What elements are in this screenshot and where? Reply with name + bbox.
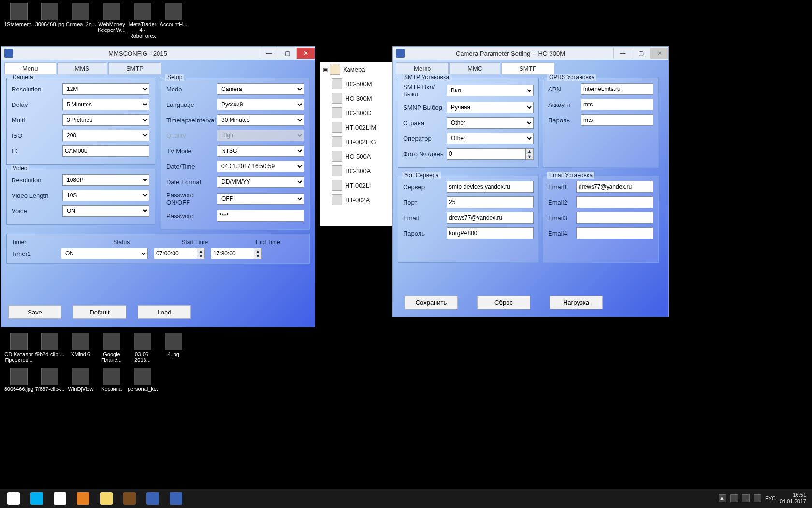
select-vres[interactable]: 1080P bbox=[62, 174, 149, 186]
desktop-icon[interactable]: Crimea_2n... bbox=[66, 3, 96, 27]
tray-volume-icon[interactable] bbox=[754, 494, 761, 502]
default-button[interactable]: Default bbox=[73, 305, 126, 319]
maximize-button[interactable]: ▢ bbox=[278, 48, 296, 59]
spinner-photos[interactable]: ▲▼ bbox=[526, 148, 534, 160]
tray-network-icon[interactable] bbox=[742, 494, 750, 502]
desktop-icon[interactable]: AccountH... bbox=[159, 3, 188, 27]
explorer-item[interactable]: HT-002LI bbox=[320, 178, 392, 193]
close-button[interactable]: ✕ bbox=[650, 48, 668, 59]
tab-mmc[interactable]: ММС bbox=[450, 62, 500, 74]
input-photos-day[interactable] bbox=[447, 148, 526, 160]
explorer-item[interactable]: HT-002LIM bbox=[320, 120, 392, 134]
select-operator[interactable]: Other bbox=[447, 133, 534, 144]
spinner-start[interactable]: ▲▼ bbox=[197, 248, 205, 259]
select-tvmode[interactable]: NTSC bbox=[217, 145, 304, 157]
minimize-button[interactable]: — bbox=[260, 48, 278, 59]
desktop-icon[interactable]: personal_ke... bbox=[128, 368, 158, 392]
tray-clock[interactable]: 16:51 04.01.2017 bbox=[780, 492, 806, 505]
titlebar[interactable]: MMSCONFIG - 2015 — ▢ ✕ bbox=[1, 47, 315, 60]
input-start-time[interactable] bbox=[154, 248, 197, 259]
desktop-icon[interactable]: 1Statement... bbox=[4, 3, 34, 27]
desktop-icon[interactable]: f9b2d-clip-... bbox=[35, 333, 65, 357]
input-gprs-pw[interactable] bbox=[581, 114, 653, 126]
taskbar-yandex[interactable] bbox=[48, 490, 72, 507]
tree-collapse-icon[interactable]: ▣ bbox=[323, 66, 328, 73]
input-srv-pw[interactable] bbox=[447, 227, 534, 239]
desktop-icon[interactable]: Google Плане... bbox=[97, 333, 127, 363]
select-iso[interactable]: 200 bbox=[62, 130, 149, 141]
tray-app-icon[interactable] bbox=[730, 494, 738, 502]
input-account[interactable] bbox=[581, 99, 653, 110]
select-smtp-onoff[interactable]: Вкл bbox=[447, 85, 534, 96]
explorer-item[interactable]: HC-300A bbox=[320, 164, 392, 178]
explorer-root[interactable]: ▣ Камера bbox=[320, 62, 392, 76]
input-password[interactable] bbox=[217, 210, 304, 222]
start-button[interactable] bbox=[2, 490, 25, 507]
input-apn[interactable] bbox=[581, 83, 653, 95]
spinner-end[interactable]: ▲▼ bbox=[254, 248, 262, 259]
desktop-icon[interactable]: 3006468.jpg bbox=[35, 3, 65, 27]
taskbar-skype[interactable] bbox=[25, 490, 48, 507]
select-smnp-mode[interactable]: Ручная bbox=[447, 102, 534, 113]
desktop-icon[interactable]: MetaTrader 4 - RoboForex bbox=[128, 3, 158, 39]
maximize-button[interactable]: ▢ bbox=[632, 48, 650, 59]
taskbar-explorer[interactable] bbox=[95, 490, 118, 507]
select-timelapse[interactable]: 30 Minutes bbox=[217, 114, 304, 126]
load-button[interactable]: Нагрузка bbox=[550, 296, 603, 309]
select-multi[interactable]: 3 Pictures bbox=[62, 114, 149, 126]
close-button[interactable]: ✕ bbox=[296, 48, 315, 59]
desktop-icon[interactable]: WinDjView bbox=[66, 368, 96, 392]
input-end-time[interactable] bbox=[211, 248, 254, 259]
explorer-item[interactable]: HT-002LIG bbox=[320, 134, 392, 149]
tray-lang[interactable]: РУС bbox=[765, 495, 776, 501]
titlebar[interactable]: Camera Parameter Setting -- HC-300M — ▢ … bbox=[393, 47, 668, 60]
desktop-icon[interactable]: Корзина bbox=[97, 368, 127, 392]
desktop-icon[interactable]: 7f837-clip-... bbox=[35, 368, 65, 392]
input-id[interactable] bbox=[62, 145, 149, 157]
select-dateformat[interactable]: DD/MM/YY bbox=[217, 176, 304, 188]
tab-smtp[interactable]: SMTP bbox=[501, 62, 554, 74]
load-button[interactable]: Load bbox=[138, 305, 191, 319]
input-port[interactable] bbox=[447, 196, 534, 208]
select-delay[interactable]: 5 Minutes bbox=[62, 99, 149, 110]
desktop-icon[interactable]: WebMoney Keeper W... bbox=[97, 3, 127, 33]
desktop-icon[interactable]: 3006466.jpg bbox=[4, 368, 34, 392]
select-voice[interactable]: ON bbox=[62, 205, 149, 217]
select-timer-status[interactable]: ON bbox=[61, 248, 148, 259]
taskbar-app6[interactable] bbox=[118, 490, 141, 507]
input-email4[interactable] bbox=[576, 227, 653, 239]
explorer-item[interactable]: HC-500M bbox=[320, 76, 392, 91]
explorer-item[interactable]: HT-002A bbox=[320, 193, 392, 207]
select-mode[interactable]: Camera bbox=[217, 83, 304, 95]
desktop-icon[interactable]: XMind 6 bbox=[66, 333, 96, 357]
taskbar-mmsconfig[interactable] bbox=[141, 490, 164, 507]
explorer-item[interactable]: HC-300G bbox=[320, 105, 392, 120]
tab-menu[interactable]: Menu bbox=[4, 62, 56, 74]
reset-button[interactable]: Сброс bbox=[477, 296, 530, 309]
tray-chevron-up-icon[interactable]: ▲ bbox=[719, 494, 726, 502]
select-resolution[interactable]: 12M bbox=[62, 83, 149, 95]
minimize-button[interactable]: — bbox=[613, 48, 632, 59]
select-pwonoff[interactable]: OFF bbox=[217, 193, 304, 205]
input-email1[interactable] bbox=[576, 181, 653, 193]
save-button[interactable]: Save bbox=[8, 305, 61, 319]
input-email3[interactable] bbox=[576, 212, 653, 224]
taskbar-cameraparam[interactable] bbox=[164, 490, 188, 507]
select-lang[interactable]: Русский bbox=[217, 99, 304, 110]
select-vlen[interactable]: 10S bbox=[62, 190, 149, 201]
input-server[interactable] bbox=[447, 181, 534, 193]
desktop-icon[interactable]: 4.jpg bbox=[159, 333, 188, 357]
explorer-item[interactable]: HC-300M bbox=[320, 91, 392, 105]
tab-smtp[interactable]: SMTP bbox=[108, 62, 161, 74]
explorer-item[interactable]: HC-500A bbox=[320, 149, 392, 164]
tab-mms[interactable]: MMS bbox=[57, 62, 107, 74]
save-button[interactable]: Сохранить bbox=[405, 296, 458, 309]
taskbar-app4[interactable] bbox=[72, 490, 95, 507]
input-email[interactable] bbox=[447, 212, 534, 224]
desktop-icon[interactable]: CD-Каталог Проектов... bbox=[4, 333, 34, 363]
select-country[interactable]: Other bbox=[447, 117, 534, 129]
select-datetime[interactable]: 04.01.2017 16:50:59 bbox=[217, 161, 304, 172]
input-email2[interactable] bbox=[576, 196, 653, 208]
tab-menu[interactable]: Меню bbox=[396, 62, 449, 74]
desktop-icon[interactable]: 03-06-2016... bbox=[128, 333, 158, 363]
